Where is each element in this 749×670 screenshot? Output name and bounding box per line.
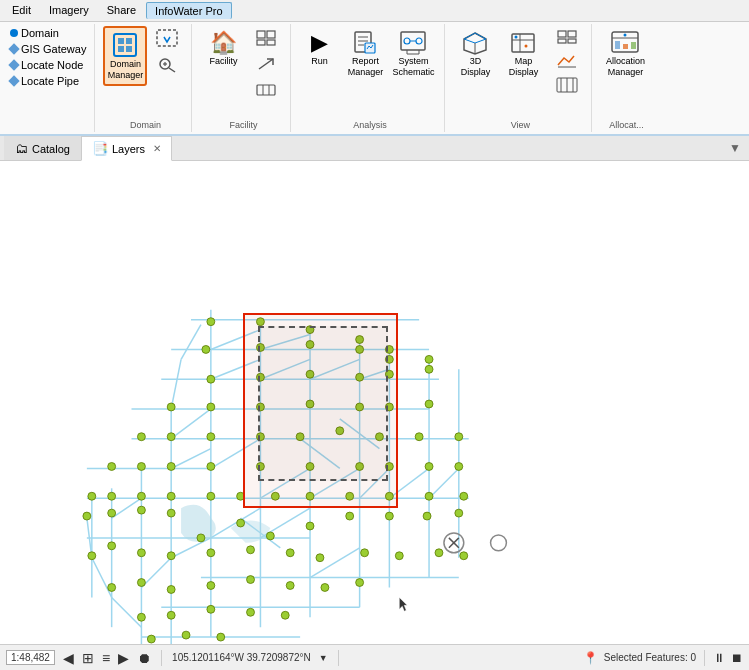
svg-point-144 [356, 463, 364, 471]
svg-point-121 [425, 365, 433, 373]
gps-icon[interactable]: 📍 [583, 651, 598, 665]
svg-point-37 [525, 45, 528, 48]
svg-point-49 [624, 34, 627, 37]
menu-edit[interactable]: Edit [4, 2, 39, 19]
view-extra-btn3[interactable] [549, 74, 585, 96]
domain-manager-button[interactable]: DomainManager [103, 26, 147, 86]
system-schematic-button[interactable]: SystemSchematic [391, 26, 435, 82]
stop-btn[interactable]: ⏹ [731, 651, 743, 665]
locate-pipe-label: Locate Pipe [21, 75, 79, 87]
svg-point-128 [425, 400, 433, 408]
svg-point-131 [207, 433, 215, 441]
svg-point-24 [404, 38, 410, 44]
status-right-section: 📍 Selected Features: 0 ⏸ ⏹ [583, 650, 743, 666]
run-label: Run [311, 56, 328, 67]
ribbon-left-labels: Domain GIS Gateway Locate Node Locate Pi… [4, 24, 95, 132]
svg-point-170 [423, 512, 431, 520]
facility-button[interactable]: 🏠 Facility [200, 26, 246, 71]
svg-point-111 [202, 345, 210, 353]
facility-arrow-btn[interactable] [248, 52, 284, 76]
locate-node-icon [8, 59, 19, 70]
svg-point-177 [247, 546, 255, 554]
svg-rect-15 [257, 85, 275, 95]
allocation-group-label: Allocat... [596, 120, 656, 130]
svg-rect-0 [114, 34, 136, 56]
coordinates-display: 105.1201164°W 39.7209872°N [172, 652, 311, 663]
domain-zoom-btn[interactable] [149, 52, 185, 76]
run-button[interactable]: ▶ Run [299, 26, 339, 71]
map-svg[interactable] [0, 161, 749, 647]
view-extra-btn1[interactable] [549, 26, 585, 48]
layers-tab-label: Layers [112, 143, 145, 155]
gis-gateway-icon [8, 43, 19, 54]
facility-label: Facility [209, 56, 237, 67]
svg-point-197 [147, 635, 155, 643]
ribbon-group-view: 3DDisplay MapDisplay [449, 24, 592, 132]
tab-layers[interactable]: 📑 Layers ✕ [81, 136, 172, 161]
menu-infowater[interactable]: InfoWater Pro [146, 2, 231, 19]
tab-expand-btn[interactable]: ▼ [725, 136, 745, 160]
locate-pipe-row[interactable]: Locate Pipe [8, 74, 81, 88]
threed-display-icon [461, 30, 489, 56]
ribbon-group-domain: DomainManager [99, 24, 192, 132]
domain-row[interactable]: Domain [8, 26, 61, 40]
svg-point-25 [416, 38, 422, 44]
svg-point-146 [425, 463, 433, 471]
svg-point-179 [316, 554, 324, 562]
menu-imagery[interactable]: Imagery [41, 2, 97, 19]
gis-gateway-row[interactable]: GIS Gateway [8, 42, 88, 56]
map-display-button[interactable]: MapDisplay [501, 26, 545, 82]
pause-btn[interactable]: ⏸ [713, 651, 725, 665]
allocation-manager-icon [610, 30, 640, 56]
analysis-group-label: Analysis [295, 120, 444, 130]
svg-point-125 [306, 400, 314, 408]
svg-point-199 [217, 633, 225, 641]
view-group-label: View [449, 120, 591, 130]
tab-bar: 🗂 Catalog 📑 Layers ✕ ▼ [0, 136, 749, 161]
facility-grid-btn[interactable] [248, 26, 284, 50]
nav-next-btn[interactable]: ▶ [118, 650, 129, 666]
svg-line-7 [169, 68, 175, 72]
domain-group-label: Domain [99, 120, 191, 130]
catalog-tab-icon: 🗂 [15, 141, 28, 156]
svg-point-162 [137, 506, 145, 514]
facility-extra-btn[interactable] [248, 78, 284, 102]
svg-rect-4 [126, 46, 132, 52]
tab-catalog[interactable]: 🗂 Catalog [4, 136, 81, 160]
layers-tab-close[interactable]: ✕ [153, 143, 161, 154]
svg-point-173 [108, 542, 116, 550]
svg-rect-12 [257, 40, 265, 45]
svg-point-123 [207, 403, 215, 411]
svg-point-185 [137, 579, 145, 587]
system-schematic-icon [399, 30, 427, 56]
coordinates-dropdown[interactable]: ▼ [319, 653, 328, 663]
svg-point-145 [385, 463, 393, 471]
svg-point-174 [137, 549, 145, 557]
locate-node-row[interactable]: Locate Node [8, 58, 85, 72]
layers-tab-icon: 📑 [92, 141, 108, 156]
scale-input[interactable]: 1:48,482 [6, 650, 55, 665]
svg-point-130 [167, 433, 175, 441]
main-content [0, 161, 749, 647]
svg-point-107 [306, 326, 314, 334]
allocation-manager-button[interactable]: AllocationManager [600, 26, 650, 82]
nav-grid-btn[interactable]: ⊞ [82, 650, 94, 666]
nav-table-btn[interactable]: ≡ [102, 650, 110, 666]
threed-display-button[interactable]: 3DDisplay [453, 26, 497, 82]
status-separator-3 [704, 650, 705, 666]
nav-prev-btn[interactable]: ◀ [63, 650, 74, 666]
svg-point-129 [137, 433, 145, 441]
menu-share[interactable]: Share [99, 2, 144, 19]
gis-gateway-label: GIS Gateway [21, 43, 86, 55]
report-manager-button[interactable]: ReportManager [343, 26, 387, 82]
svg-point-112 [256, 343, 264, 351]
svg-point-149 [108, 492, 116, 500]
domain-select-btn[interactable] [149, 26, 185, 50]
selected-features-label: Selected Features: 0 [604, 652, 696, 663]
svg-point-187 [207, 582, 215, 590]
svg-rect-40 [558, 39, 566, 43]
svg-point-124 [256, 403, 264, 411]
view-extra-btn2[interactable] [549, 50, 585, 72]
svg-point-134 [336, 427, 344, 435]
nav-record-btn[interactable]: ⏺ [137, 650, 151, 666]
